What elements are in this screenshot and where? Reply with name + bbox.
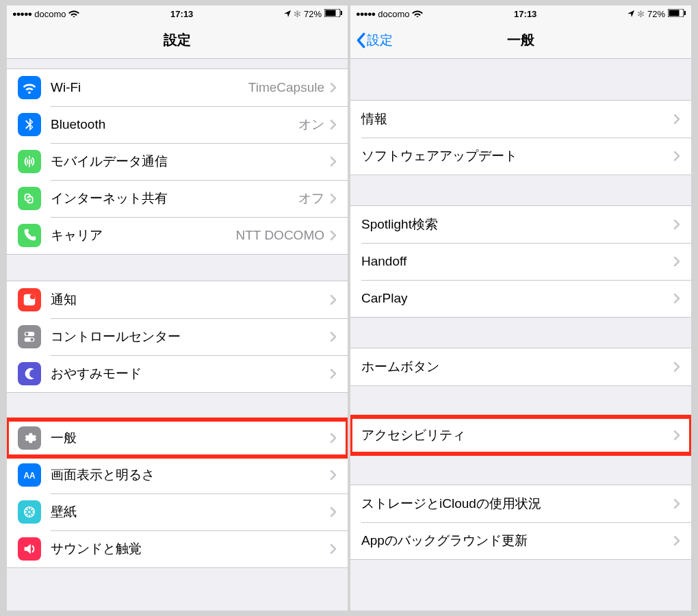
svg-point-17 (31, 509, 33, 511)
location-icon (284, 9, 291, 19)
cellular-icon (18, 150, 41, 173)
general-screen: ●●●●● docomo 17:13 ✻ 72% 設定 一般 情報ソフトウェアア… (350, 5, 691, 611)
chevron-right-icon (330, 470, 337, 480)
time-label: 17:13 (79, 9, 283, 19)
chevron-right-icon (330, 193, 337, 204)
general-row[interactable]: ホームボタン (350, 348, 691, 385)
settings-row-bluetooth[interactable]: Bluetoothオン (7, 106, 348, 143)
bluetooth-icon (18, 113, 41, 136)
chevron-right-icon (330, 433, 337, 444)
svg-rect-22 (684, 11, 686, 15)
notif-icon (18, 288, 41, 311)
svg-rect-2 (341, 11, 342, 15)
chevron-right-icon (330, 331, 337, 342)
chevron-right-icon (330, 156, 337, 167)
svg-point-19 (31, 513, 33, 515)
nav-title: 一般 (507, 31, 534, 49)
row-label: ソフトウェアアップデート (361, 147, 673, 165)
svg-point-11 (28, 511, 31, 513)
row-value: TimeCapsule (248, 80, 324, 95)
row-label: コントロールセンター (51, 328, 330, 346)
chevron-right-icon (673, 535, 680, 546)
chevron-right-icon (330, 543, 337, 554)
row-label: ホームボタン (361, 358, 673, 376)
settings-row-sound[interactable]: サウンドと触覚 (7, 530, 348, 567)
phone-icon (18, 224, 41, 247)
general-row[interactable]: Handoff (350, 243, 691, 280)
chevron-right-icon (673, 430, 680, 441)
chevron-right-icon (673, 361, 680, 372)
row-label: 一般 (51, 429, 330, 447)
row-label: 画面表示と明るさ (51, 466, 330, 484)
chevron-right-icon (330, 230, 337, 241)
settings-row-wifi[interactable]: Wi-FiTimeCapsule (7, 69, 348, 106)
hotspot-icon (18, 187, 41, 210)
row-value: オフ (298, 190, 324, 207)
svg-point-12 (29, 507, 31, 509)
chevron-right-icon (673, 151, 680, 162)
display-icon: AA (18, 463, 41, 487)
row-label: モバイルデータ通信 (51, 153, 330, 170)
settings-row-gear[interactable]: 一般 (7, 420, 348, 457)
battery-icon (324, 9, 342, 19)
settings-row-notif[interactable]: 通知 (7, 281, 348, 318)
row-label: Bluetooth (51, 117, 298, 132)
settings-row-control[interactable]: コントロールセンター (7, 318, 348, 355)
svg-point-18 (26, 513, 28, 515)
chevron-right-icon (330, 368, 337, 379)
svg-point-4 (30, 294, 35, 299)
svg-point-15 (32, 511, 34, 513)
nav-bar: 設定 (7, 22, 348, 59)
svg-text:AA: AA (23, 471, 36, 480)
wifi-icon (18, 76, 41, 99)
row-value: NTT DOCOMO (236, 228, 324, 243)
chevron-right-icon (673, 256, 680, 267)
location-icon (628, 9, 634, 19)
settings-row-phone[interactable]: キャリアNTT DOCOMO (7, 217, 348, 254)
time-label: 17:13 (423, 9, 627, 19)
chevron-right-icon (330, 119, 337, 130)
settings-row-display[interactable]: AA画面表示と明るさ (7, 457, 348, 493)
settings-row-moon[interactable]: おやすみモード (7, 355, 348, 392)
chevron-right-icon (673, 114, 680, 125)
chevron-right-icon (330, 82, 337, 93)
settings-row-wallpaper[interactable]: 壁紙 (7, 493, 348, 530)
bluetooth-icon: ✻ (294, 9, 301, 19)
wifi-icon (412, 9, 423, 19)
chevron-right-icon (330, 294, 337, 305)
row-label: 情報 (361, 110, 673, 128)
settings-screen: ●●●●● docomo 17:13 ✻ 72% 設定 Wi-FiTimeCap… (7, 5, 348, 611)
settings-row-hotspot[interactable]: インターネット共有オフ (7, 180, 348, 217)
chevron-right-icon (673, 498, 680, 509)
general-row[interactable]: Spotlight検索 (350, 206, 691, 243)
svg-rect-21 (669, 10, 680, 16)
general-row[interactable]: アクセシビリティ (350, 417, 691, 454)
battery-icon (668, 9, 686, 19)
svg-point-13 (29, 515, 31, 517)
general-row[interactable]: ストレージとiCloudの使用状況 (350, 485, 691, 522)
status-bar: ●●●●● docomo 17:13 ✻ 72% (7, 5, 348, 22)
settings-row-cellular[interactable]: モバイルデータ通信 (7, 143, 348, 180)
back-button[interactable]: 設定 (356, 31, 393, 49)
svg-point-14 (25, 511, 27, 513)
row-label: Appのバックグラウンド更新 (361, 532, 673, 550)
chevron-right-icon (330, 506, 337, 517)
svg-point-8 (30, 338, 34, 342)
signal-dots-icon: ●●●●● (356, 10, 375, 18)
general-row[interactable]: Appのバックグラウンド更新 (350, 522, 691, 559)
general-row[interactable]: CarPlay (350, 280, 691, 317)
carrier-label: docomo (378, 9, 409, 19)
back-label: 設定 (367, 31, 393, 49)
general-row[interactable]: ソフトウェアアップデート (350, 138, 691, 175)
svg-point-6 (25, 333, 29, 336)
general-row[interactable]: 情報 (350, 101, 691, 138)
row-label: キャリア (51, 227, 236, 244)
row-label: CarPlay (361, 291, 673, 306)
bluetooth-icon: ✻ (637, 9, 645, 19)
sound-icon (18, 537, 41, 561)
moon-icon (18, 362, 41, 385)
row-label: サウンドと触覚 (51, 540, 330, 558)
svg-rect-1 (326, 10, 336, 16)
battery-pct: 72% (304, 9, 322, 19)
row-label: インターネット共有 (51, 190, 298, 207)
